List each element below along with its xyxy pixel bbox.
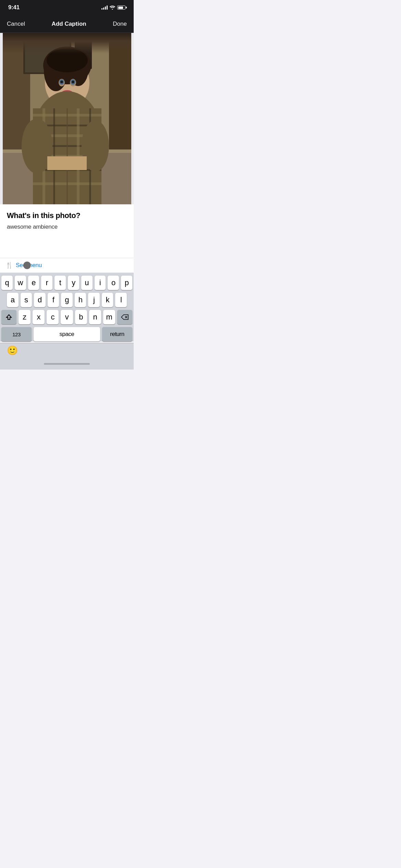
home-indicator xyxy=(0,358,134,370)
photo-image xyxy=(3,33,131,204)
autocomplete-bar[interactable]: 🍴 See menu xyxy=(0,258,134,273)
key-l[interactable]: l xyxy=(115,293,127,307)
shift-key[interactable] xyxy=(1,310,16,324)
key-b[interactable]: b xyxy=(75,310,87,324)
key-d[interactable]: d xyxy=(34,293,46,307)
keyboard-row-2: a s d f g h j k l xyxy=(0,293,134,307)
backspace-icon xyxy=(121,314,129,320)
key-u[interactable]: u xyxy=(81,276,93,290)
signal-icon xyxy=(101,5,108,10)
key-i[interactable]: i xyxy=(95,276,106,290)
keyboard-bottom-row: 123 space return xyxy=(0,327,134,341)
backspace-key[interactable] xyxy=(117,310,132,324)
status-time: 9:41 xyxy=(8,4,20,11)
key-r[interactable]: r xyxy=(41,276,52,290)
key-p[interactable]: p xyxy=(121,276,132,290)
wifi-icon xyxy=(110,5,115,11)
key-o[interactable]: o xyxy=(108,276,119,290)
keyboard-row-1: q w e r t y u i o p xyxy=(0,276,134,290)
autocomplete-indicator xyxy=(23,262,31,269)
key-e[interactable]: e xyxy=(28,276,39,290)
key-n[interactable]: n xyxy=(89,310,101,324)
keyboard: q w e r t y u i o p a s d f g h j k l z … xyxy=(0,273,134,341)
page-title: Add Caption xyxy=(52,21,86,27)
keyboard-row-3: z x c v b n m xyxy=(0,310,134,324)
key-z[interactable]: z xyxy=(19,310,31,324)
key-s[interactable]: s xyxy=(21,293,32,307)
done-button[interactable]: Done xyxy=(113,21,127,27)
svg-rect-37 xyxy=(47,156,87,170)
home-indicator-bar xyxy=(44,363,90,365)
key-y[interactable]: y xyxy=(68,276,79,290)
key-a[interactable]: a xyxy=(7,293,19,307)
svg-point-17 xyxy=(60,81,63,83)
key-q[interactable]: q xyxy=(1,276,13,290)
return-key[interactable]: return xyxy=(102,327,132,341)
food-icon: 🍴 xyxy=(5,262,13,269)
key-c[interactable]: c xyxy=(47,310,59,324)
key-k[interactable]: k xyxy=(102,293,113,307)
caption-text[interactable]: awesome ambience xyxy=(7,224,127,232)
emoji-button[interactable]: 🙂 xyxy=(7,345,18,356)
svg-point-12 xyxy=(47,48,88,72)
key-m[interactable]: m xyxy=(103,310,115,324)
space-key[interactable]: space xyxy=(34,327,100,341)
key-t[interactable]: t xyxy=(54,276,66,290)
caption-area: What's in this photo? awesome ambience xyxy=(0,204,134,237)
key-w[interactable]: w xyxy=(15,276,26,290)
svg-point-18 xyxy=(72,81,74,83)
numbers-key[interactable]: 123 xyxy=(1,327,32,341)
caption-prompt: What's in this photo? xyxy=(7,211,127,220)
key-j[interactable]: j xyxy=(88,293,100,307)
cancel-button[interactable]: Cancel xyxy=(7,21,25,27)
key-h[interactable]: h xyxy=(75,293,86,307)
shift-icon xyxy=(5,314,12,321)
photo-container xyxy=(0,33,134,204)
emoji-row: 🙂 xyxy=(0,343,134,358)
status-bar: 9:41 xyxy=(0,0,134,15)
status-icons xyxy=(101,5,125,11)
key-f[interactable]: f xyxy=(48,293,59,307)
navigation-bar: Cancel Add Caption Done xyxy=(0,15,134,33)
key-x[interactable]: x xyxy=(33,310,45,324)
key-v[interactable]: v xyxy=(61,310,73,324)
caption-spacer xyxy=(0,237,134,258)
battery-icon xyxy=(117,5,125,10)
key-g[interactable]: g xyxy=(61,293,73,307)
